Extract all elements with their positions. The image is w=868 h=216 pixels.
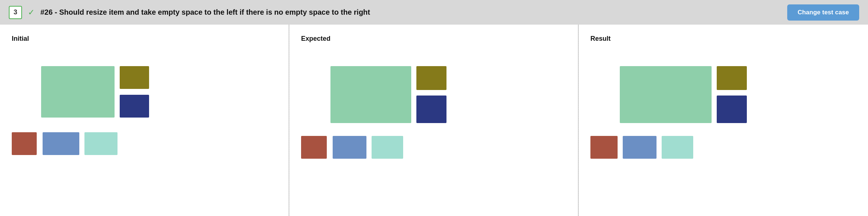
test-number-badge: 3 (9, 6, 22, 19)
expected-brown-block (301, 136, 327, 159)
expected-panel: Expected (289, 25, 579, 216)
header-bar: 3 ✓ #26 - Should resize item and take em… (0, 0, 868, 25)
expected-blue-block (333, 136, 366, 159)
initial-grid (12, 51, 278, 169)
result-grid (590, 51, 856, 169)
result-olive-block (717, 66, 747, 90)
result-mint-block (662, 136, 693, 159)
initial-brown-block (12, 132, 37, 155)
expected-navy-block (416, 96, 446, 123)
result-panel: Result (579, 25, 868, 216)
expected-grid (301, 51, 567, 169)
change-test-button[interactable]: Change test case (787, 4, 859, 21)
expected-panel-title: Expected (301, 35, 567, 43)
expected-olive-block (416, 66, 446, 90)
result-brown-block (590, 136, 618, 159)
result-green-block (620, 66, 712, 123)
result-blue-block (623, 136, 657, 159)
initial-olive-block (120, 66, 149, 89)
result-panel-title: Result (590, 35, 856, 43)
initial-green-block (41, 66, 115, 118)
page-title: #26 - Should resize item and take empty … (40, 8, 781, 17)
main-content: Initial Expected Result (0, 25, 868, 216)
initial-navy-block (120, 95, 149, 118)
check-icon: ✓ (28, 8, 35, 17)
expected-mint-block (372, 136, 403, 159)
initial-mint-block (84, 132, 117, 155)
test-number: 3 (14, 8, 17, 16)
initial-panel: Initial (0, 25, 289, 216)
result-navy-block (717, 96, 747, 123)
expected-green-block (330, 66, 411, 123)
initial-panel-title: Initial (12, 35, 278, 43)
initial-blue-block (43, 132, 79, 155)
